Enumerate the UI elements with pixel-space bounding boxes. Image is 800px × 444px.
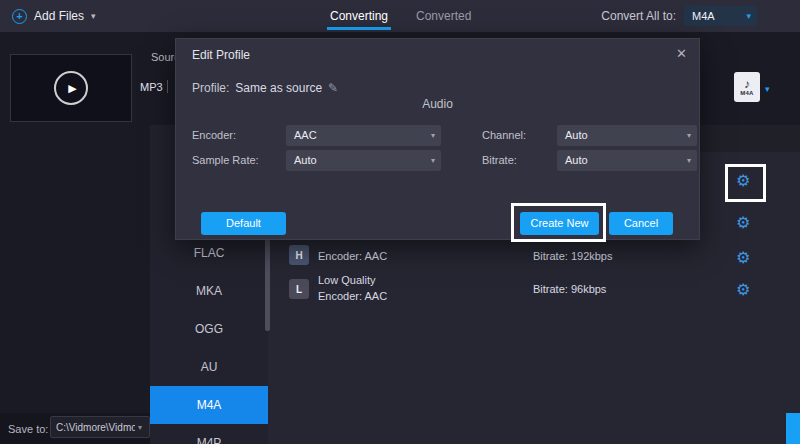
tab-converting[interactable]: Converting: [330, 0, 388, 32]
convert-button-partial[interactable]: [786, 413, 800, 444]
chevron-down-icon: ▾: [687, 157, 691, 165]
add-icon: +: [12, 9, 27, 24]
play-icon: ▶: [65, 82, 76, 95]
save-to-label: Save to:: [8, 423, 48, 435]
edit-profile-dialog: Edit Profile ✕ Profile: Same as source ✎…: [175, 38, 700, 240]
encoder-dropdown[interactable]: AAC ▾: [286, 125, 441, 146]
gear-icon[interactable]: ⚙: [736, 173, 750, 189]
create-new-button[interactable]: Create New: [520, 212, 599, 235]
sidebar-item-m4p[interactable]: M4P: [150, 424, 268, 444]
main-tabs: Converting Converted: [330, 0, 471, 32]
app-window: + Add Files ▾ Converting Converted Conve…: [0, 0, 800, 444]
convert-all-value: M4A: [692, 10, 715, 22]
bitrate-dropdown[interactable]: Auto ▾: [557, 150, 697, 171]
convert-all-dropdown[interactable]: M4A ▾: [684, 6, 757, 26]
sample-rate-dropdown[interactable]: Auto ▾: [286, 150, 441, 171]
output-format-chevron-icon[interactable]: ▾: [765, 84, 770, 94]
source-label-partial: Sourc: [151, 51, 175, 63]
encoder-label: Encoder:: [192, 129, 236, 141]
channel-label: Channel:: [482, 129, 526, 141]
profile-label: Profile:: [192, 81, 229, 95]
chevron-down-icon: ▾: [431, 157, 435, 165]
profile-bitrate: Bitrate: 96kbps: [533, 283, 606, 295]
output-format-icon[interactable]: ♪ M4A: [734, 72, 760, 102]
encoder-value: AAC: [294, 129, 317, 141]
chevron-down-icon: ▾: [687, 132, 691, 140]
sidebar-scrollbar[interactable]: [265, 239, 270, 331]
channel-dropdown[interactable]: Auto ▾: [557, 125, 697, 146]
profile-title: Low Quality: [318, 274, 375, 286]
chevron-down-icon[interactable]: ▾: [138, 423, 142, 432]
add-files-label: Add Files: [34, 9, 84, 23]
play-button[interactable]: ▶: [54, 71, 88, 105]
gear-icon[interactable]: ⚙: [736, 215, 750, 231]
profile-value: Same as source: [235, 81, 322, 95]
source-format-label: MP3: [140, 81, 163, 93]
quality-icon-high: H: [289, 245, 309, 265]
music-note-icon: ♪: [744, 78, 750, 90]
gear-icon[interactable]: ⚙: [736, 282, 750, 298]
chevron-down-icon: ▾: [91, 12, 96, 21]
profile-encoder: Encoder: AAC: [318, 250, 387, 262]
convert-all-group: Convert All to: M4A ▾: [601, 0, 757, 32]
chevron-down-icon: ▾: [746, 12, 751, 21]
profile-encoder: Encoder: AAC: [318, 290, 387, 302]
tab-converted[interactable]: Converted: [416, 0, 471, 32]
cancel-button[interactable]: Cancel: [609, 212, 673, 235]
divider: [167, 80, 168, 93]
convert-all-label: Convert All to:: [601, 9, 676, 23]
sidebar-item-au[interactable]: AU: [150, 348, 268, 386]
save-path-input[interactable]: [50, 416, 150, 438]
sidebar-item-mka[interactable]: MKA: [150, 272, 268, 310]
edit-icon[interactable]: ✎: [328, 81, 338, 95]
add-files-button[interactable]: + Add Files ▾: [12, 0, 96, 32]
bottom-bar: Save to: ▾: [0, 413, 150, 444]
bitrate-label: Bitrate:: [482, 154, 517, 166]
channel-value: Auto: [565, 129, 588, 141]
quality-icon-low: L: [289, 279, 309, 299]
profile-bitrate: Bitrate: 192kbps: [533, 250, 613, 262]
default-button[interactable]: Default: [201, 212, 286, 235]
topbar: + Add Files ▾ Converting Converted Conve…: [0, 0, 800, 32]
bitrate-value: Auto: [565, 154, 588, 166]
sample-rate-value: Auto: [294, 154, 317, 166]
close-icon[interactable]: ✕: [676, 46, 687, 61]
audio-section-label: Audio: [176, 97, 699, 111]
output-format-label: M4A: [740, 90, 753, 96]
gear-icon[interactable]: ⚙: [736, 250, 750, 266]
profile-row: Profile: Same as source ✎: [192, 81, 338, 95]
sidebar-item-m4a[interactable]: M4A: [150, 386, 268, 424]
video-thumbnail: ▶: [10, 54, 132, 122]
dialog-title: Edit Profile: [192, 48, 250, 62]
sidebar-item-ogg[interactable]: OGG: [150, 310, 268, 348]
chevron-down-icon: ▾: [431, 132, 435, 140]
sample-rate-label: Sample Rate:: [192, 154, 259, 166]
